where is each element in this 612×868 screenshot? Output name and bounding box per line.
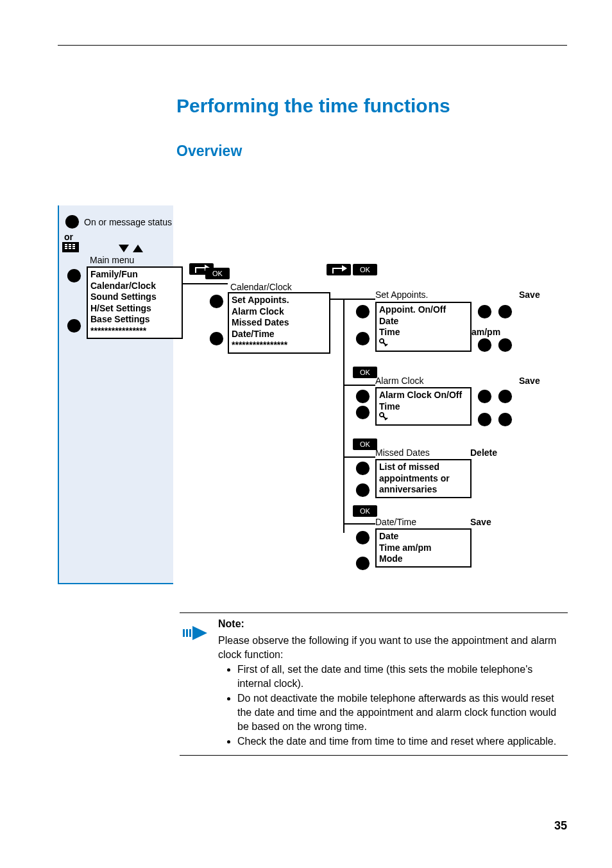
or-label: or bbox=[64, 232, 73, 242]
datetime-box: Date Time am/pm Mode bbox=[375, 528, 472, 568]
nav-icon bbox=[208, 331, 225, 347]
menu-key-icon bbox=[62, 242, 79, 252]
overview-diagram: On or message status or Main menu Family… bbox=[61, 209, 555, 581]
up-arrow-icon bbox=[133, 245, 143, 256]
alarm-bell-icon bbox=[379, 412, 468, 424]
nav-icon bbox=[66, 318, 82, 334]
main-menu-box: Family/Fun Calendar/Clock Sound Settings… bbox=[87, 266, 183, 339]
nav-icon bbox=[355, 304, 371, 320]
nav-icon bbox=[497, 412, 513, 428]
alarm-clock-box: Alarm Clock On/Off Time bbox=[375, 387, 472, 426]
nav-icon bbox=[477, 337, 493, 353]
set-appoints-box: Appoint. On/Off Date Time bbox=[375, 302, 472, 352]
save-label: Save bbox=[519, 290, 540, 300]
menu-item: Set Appoints. bbox=[232, 295, 327, 306]
nav-icon bbox=[64, 214, 80, 230]
nav-icon bbox=[477, 388, 493, 404]
datetime-title: Date/Time bbox=[375, 517, 416, 527]
ok-key: OK bbox=[353, 505, 377, 517]
nav-icon bbox=[355, 482, 371, 498]
menu-item: Family/Fun bbox=[90, 269, 179, 281]
nav-icon bbox=[497, 304, 513, 320]
menu-item: Base Settings bbox=[90, 314, 179, 326]
menu-item: Missed Dates bbox=[232, 317, 327, 329]
save-label: Save bbox=[519, 376, 540, 386]
nav-icon bbox=[208, 293, 225, 309]
alarm-clock-title: Alarm Clock bbox=[375, 376, 423, 386]
nav-icon bbox=[355, 404, 371, 421]
note-label: Note: bbox=[218, 618, 568, 630]
menu-item: Appoint. On/Off bbox=[379, 304, 468, 316]
missed-dates-box: List of missed appointments or anniversa… bbox=[375, 459, 472, 498]
calendar-clock-title: Calendar/Clock bbox=[230, 282, 292, 292]
menu-item: Alarm Clock bbox=[232, 306, 327, 318]
ampm-label: am/pm bbox=[472, 327, 500, 337]
ok-key: OK bbox=[353, 438, 377, 450]
menu-item: Time bbox=[379, 401, 468, 413]
menu-item: Mode bbox=[379, 553, 468, 565]
menu-item: **************** bbox=[90, 326, 179, 337]
calendar-clock-box: Set Appoints. Alarm Clock Missed Dates D… bbox=[228, 292, 330, 354]
heading-main: Performing the time functions bbox=[176, 95, 450, 117]
back-key-icon bbox=[327, 264, 351, 275]
note-intro: Please observe the following if you want… bbox=[218, 634, 568, 661]
menu-item: Date bbox=[379, 316, 468, 327]
nav-icon bbox=[355, 331, 371, 347]
delete-label: Delete bbox=[470, 447, 497, 458]
menu-item: List of missed appointments or anniversa… bbox=[379, 462, 468, 496]
note-bullet: Do not deactivate the mobile telephone a… bbox=[237, 691, 568, 733]
menu-item: Time bbox=[379, 327, 468, 338]
nav-icon bbox=[355, 555, 371, 571]
ok-key: OK bbox=[353, 264, 377, 275]
down-arrow-icon bbox=[119, 245, 129, 256]
menu-item: Sound Settings bbox=[90, 291, 179, 303]
note-bullet: Check the date and time from time to tim… bbox=[237, 734, 568, 749]
nav-icon bbox=[477, 304, 493, 320]
menu-item: **************** bbox=[232, 340, 327, 351]
set-appoints-title: Set Appoints. bbox=[375, 290, 429, 300]
nav-icon bbox=[355, 530, 371, 546]
nav-icon bbox=[477, 412, 493, 428]
status-text: On or message status bbox=[84, 217, 172, 227]
heading-overview: Overview bbox=[176, 143, 242, 160]
note-block: Note: Please observe the following if yo… bbox=[180, 612, 568, 756]
nav-icon bbox=[497, 388, 513, 404]
page-top-rule bbox=[58, 45, 567, 46]
ok-key: OK bbox=[205, 268, 230, 279]
svg-marker-14 bbox=[119, 245, 129, 252]
alarm-bell-icon bbox=[379, 338, 468, 351]
main-menu-label: Main menu bbox=[90, 255, 134, 265]
nav-icon bbox=[355, 460, 371, 476]
nav-icon bbox=[355, 388, 371, 404]
missed-dates-title: Missed Dates bbox=[375, 447, 430, 458]
menu-item: Date/Time bbox=[232, 329, 327, 340]
menu-item: H/Set Settings bbox=[90, 303, 179, 315]
menu-item: Calendar/Clock bbox=[90, 281, 179, 292]
nav-icon bbox=[497, 337, 513, 353]
menu-item: Date bbox=[379, 531, 468, 542]
note-bullet: First of all, set the date and time (thi… bbox=[237, 663, 568, 690]
page-number: 35 bbox=[554, 819, 567, 833]
menu-item: Time am/pm bbox=[379, 542, 468, 554]
ok-key: OK bbox=[353, 367, 377, 378]
menu-item: Alarm Clock On/Off bbox=[379, 390, 468, 401]
save-label: Save bbox=[470, 517, 491, 527]
svg-marker-15 bbox=[133, 245, 143, 252]
nav-icon bbox=[66, 268, 82, 284]
